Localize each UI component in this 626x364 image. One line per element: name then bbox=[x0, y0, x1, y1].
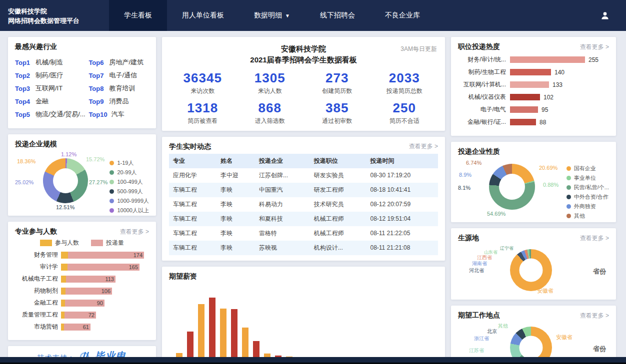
donut-label: 8.9% bbox=[459, 172, 472, 178]
legend-item[interactable]: 1-19人 bbox=[110, 159, 149, 167]
legend-dot-icon bbox=[566, 204, 571, 209]
stat-item: 1305来访人数 bbox=[236, 70, 304, 95]
participants-bar-segment bbox=[61, 252, 68, 259]
donut-label: 浙江省 bbox=[474, 335, 489, 342]
industry-label: 互联网/IT bbox=[36, 84, 62, 93]
hot-positions-more-link[interactable]: 查看更多 > bbox=[580, 43, 609, 51]
major-bar[interactable]: 106 bbox=[61, 288, 112, 295]
legend-item[interactable]: 其他 bbox=[566, 212, 609, 220]
student-origin-more-link[interactable]: 查看更多 > bbox=[580, 234, 609, 243]
position-bar[interactable] bbox=[510, 81, 549, 88]
legend-item[interactable]: 1000-9999人 bbox=[110, 197, 149, 205]
legend-item[interactable]: 国有企业 bbox=[566, 165, 609, 172]
salary-bar[interactable] bbox=[209, 298, 216, 364]
stat-value: 2033 bbox=[371, 70, 438, 86]
update-note: 3AM每日更新 bbox=[400, 45, 437, 53]
major-bar[interactable]: 174 bbox=[61, 252, 144, 259]
major-bar-row: 质量管理工程72 bbox=[15, 311, 149, 319]
stat-item: 2033投递简历总数 bbox=[371, 70, 438, 95]
industry-item: Top1机械/制造 bbox=[15, 58, 88, 67]
major-bar[interactable]: 61 bbox=[61, 324, 90, 331]
position-bar[interactable] bbox=[510, 69, 551, 75]
hot-positions-bar-chart[interactable]: 财务/审计/统...255制药/生物工程140互联网/计算机...133机械/仪… bbox=[458, 55, 609, 126]
expected-salary-histogram[interactable] bbox=[173, 293, 435, 364]
origin-donut[interactable] bbox=[510, 249, 552, 291]
legend-item[interactable]: 100-499人 bbox=[110, 178, 149, 186]
student-activity-title: 学生实时动态 bbox=[169, 142, 211, 151]
company_nature-donut[interactable] bbox=[489, 164, 535, 210]
table-cell: 车辆工程 bbox=[169, 226, 216, 241]
industry-label: 物流/交通/贸易/... bbox=[36, 110, 86, 119]
work-location-more-link[interactable]: 查看更多 > bbox=[580, 312, 609, 320]
industry-label: 教育培训 bbox=[109, 84, 135, 93]
submissions-bar-segment: 72 bbox=[64, 312, 96, 319]
donut-label: 北京 bbox=[487, 328, 497, 335]
legend-item[interactable]: 20-99人 bbox=[110, 169, 149, 176]
donut-label: 6.74% bbox=[466, 160, 482, 166]
nav-offline-fair[interactable]: 线下招聘会 bbox=[305, 0, 370, 31]
legend-item[interactable]: 中外合资/合作 bbox=[566, 193, 609, 201]
position-label: 机械/仪器仪表 bbox=[458, 93, 506, 101]
position-bar[interactable] bbox=[510, 106, 538, 113]
board-title-line2: 2021届春季招聘会学生数据看板 bbox=[169, 54, 438, 65]
student-activity-more-link[interactable]: 查看更多 > bbox=[409, 142, 438, 151]
position-bar[interactable] bbox=[510, 56, 585, 63]
work-axis-label: 省份 bbox=[593, 345, 606, 354]
student-origin-donut-chart[interactable]: 省份 辽宁省山东省江西省湖南省河北省安徽省 bbox=[458, 245, 609, 294]
nav-data-detail[interactable]: 数据明细 ▼ bbox=[239, 0, 305, 31]
nav-student-board[interactable]: 学生看板 bbox=[109, 0, 167, 31]
major-participation-bar-chart[interactable]: 财务管理174审计学165机械电子工程113药物制剂106金融工程90质量管理工… bbox=[15, 251, 149, 331]
legend-dot-icon bbox=[566, 166, 571, 171]
donut-hole bbox=[520, 259, 543, 282]
legend-label: 外商独资 bbox=[574, 203, 596, 210]
user-avatar-icon[interactable] bbox=[597, 7, 613, 23]
donut-label: 20.69% bbox=[539, 165, 558, 171]
position-label: 互联网/计算机... bbox=[458, 80, 506, 89]
column-header: 专业 bbox=[169, 154, 216, 168]
left-column: 最感兴趣行业 Top1机械/制造Top2制药/医疗Top3互联网/ITTop4金… bbox=[8, 37, 156, 364]
legend-dot-icon bbox=[110, 208, 114, 213]
industry-label: 金融 bbox=[36, 97, 48, 106]
industry-rank: Top2 bbox=[15, 72, 32, 79]
legend-item[interactable]: 500-999人 bbox=[110, 188, 149, 195]
nav-employer-board[interactable]: 用人单位看板 bbox=[167, 0, 239, 31]
major-bar[interactable]: 113 bbox=[61, 276, 116, 283]
legend-item[interactable]: 外商独资 bbox=[566, 203, 609, 210]
donut-label: 0.88% bbox=[543, 182, 558, 188]
legend-dot-icon bbox=[110, 180, 114, 184]
company-scale-donut-chart[interactable]: 1.12%15.72%27.27%12.51%25.02%18.36%1-19人… bbox=[15, 151, 149, 210]
donut-label: 安徽省 bbox=[556, 334, 572, 341]
industry-rank: Top3 bbox=[15, 85, 32, 92]
major-bar[interactable]: 90 bbox=[61, 300, 104, 307]
salary-bar[interactable] bbox=[198, 304, 204, 364]
position-value: 88 bbox=[540, 119, 546, 126]
position-label: 制药/生物工程 bbox=[458, 68, 506, 76]
position-bar[interactable] bbox=[510, 119, 536, 125]
major-bar[interactable]: 165 bbox=[61, 264, 140, 271]
major-bar[interactable]: 72 bbox=[61, 312, 96, 319]
legend-label: 1-19人 bbox=[117, 159, 134, 167]
table-cell: 中国重汽 bbox=[255, 183, 310, 197]
legend-item[interactable]: 10000人以上 bbox=[110, 207, 149, 214]
nav-bad-companies[interactable]: 不良企业库 bbox=[370, 0, 435, 31]
table-header-row: 专业姓名投递企业投递职位投递时间 bbox=[169, 154, 438, 168]
legend-item[interactable]: 参与人数 bbox=[40, 239, 79, 247]
stat-item: 385通过初审数 bbox=[304, 100, 371, 125]
company_scale-donut[interactable] bbox=[43, 158, 88, 203]
submissions-bar-segment: 61 bbox=[64, 324, 90, 331]
company-nature-donut-chart[interactable]: 6.74%8.9%8.1%54.69%0.88%20.69%国有企业事业单位民营… bbox=[458, 159, 609, 217]
table-cell: 李映 bbox=[216, 183, 255, 197]
position-label: 金融/银行/证... bbox=[458, 118, 506, 126]
salary-bar[interactable] bbox=[220, 309, 226, 364]
legend-item[interactable]: 事业单位 bbox=[566, 174, 609, 182]
table-cell: 机械工程师 bbox=[310, 212, 366, 226]
position-bar[interactable] bbox=[510, 94, 540, 100]
legend-swatch-icon bbox=[40, 240, 52, 246]
major-participation-more-link[interactable]: 查看更多 > bbox=[120, 228, 149, 236]
legend-dot-icon bbox=[110, 161, 114, 165]
card-hot-positions: 职位投递热度 查看更多 > 财务/审计/统...255制药/生物工程140互联网… bbox=[451, 37, 616, 136]
salary-bar[interactable] bbox=[231, 309, 238, 364]
legend-item[interactable]: 民营/私营/个... bbox=[566, 184, 609, 191]
legend-item[interactable]: 投递量 bbox=[91, 239, 124, 247]
legend-dot-icon bbox=[110, 170, 114, 175]
